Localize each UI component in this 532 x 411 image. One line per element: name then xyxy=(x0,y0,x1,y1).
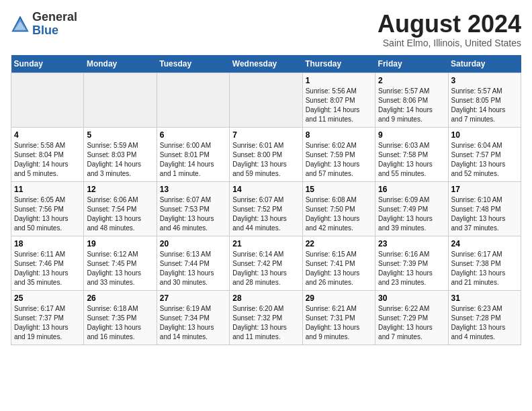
page-header: General Blue August 2024 Saint Elmo, Ill… xyxy=(11,11,521,48)
calendar-day-cell: 30Sunrise: 6:22 AM Sunset: 7:29 PM Dayli… xyxy=(375,290,448,345)
calendar-table: SundayMondayTuesdayWednesdayThursdayFrid… xyxy=(11,55,521,345)
day-number: 1 xyxy=(306,76,372,85)
calendar-day-cell xyxy=(157,73,229,127)
day-info: Sunrise: 5:56 AM Sunset: 8:07 PM Dayligh… xyxy=(306,87,372,124)
calendar-day-cell: 15Sunrise: 6:08 AM Sunset: 7:50 PM Dayli… xyxy=(302,181,375,236)
day-info: Sunrise: 6:01 AM Sunset: 8:00 PM Dayligh… xyxy=(232,141,299,179)
calendar-week-row: 25Sunrise: 6:17 AM Sunset: 7:37 PM Dayli… xyxy=(11,290,521,345)
day-info: Sunrise: 6:07 AM Sunset: 7:53 PM Dayligh… xyxy=(160,195,226,233)
day-number: 13 xyxy=(160,185,226,194)
calendar-day-cell xyxy=(230,73,302,127)
calendar-week-row: 11Sunrise: 6:05 AM Sunset: 7:56 PM Dayli… xyxy=(11,181,521,236)
day-number: 25 xyxy=(14,293,81,303)
day-info: Sunrise: 6:17 AM Sunset: 7:37 PM Dayligh… xyxy=(14,304,81,342)
day-number: 12 xyxy=(87,185,153,194)
calendar-day-cell: 26Sunrise: 6:18 AM Sunset: 7:35 PM Dayli… xyxy=(84,290,157,345)
title-block: August 2024 Saint Elmo, Illinois, United… xyxy=(378,11,521,48)
month-year-title: August 2024 xyxy=(378,11,521,38)
day-number: 7 xyxy=(232,130,299,140)
logo-text: General Blue xyxy=(32,11,77,38)
calendar-day-cell: 18Sunrise: 6:11 AM Sunset: 7:46 PM Dayli… xyxy=(11,236,84,290)
calendar-day-cell: 8Sunrise: 6:02 AM Sunset: 7:59 PM Daylig… xyxy=(302,127,375,181)
day-number: 26 xyxy=(87,293,153,303)
day-number: 14 xyxy=(232,185,299,194)
day-number: 9 xyxy=(378,130,445,140)
day-number: 5 xyxy=(87,130,153,140)
day-number: 11 xyxy=(14,185,81,194)
calendar-week-row: 4Sunrise: 5:58 AM Sunset: 8:04 PM Daylig… xyxy=(11,127,521,181)
day-info: Sunrise: 6:16 AM Sunset: 7:39 PM Dayligh… xyxy=(378,250,445,287)
day-info: Sunrise: 6:03 AM Sunset: 7:58 PM Dayligh… xyxy=(378,141,445,179)
day-number: 20 xyxy=(160,239,226,248)
calendar-week-row: 18Sunrise: 6:11 AM Sunset: 7:46 PM Dayli… xyxy=(11,236,521,290)
calendar-day-cell xyxy=(84,73,157,127)
day-info: Sunrise: 6:15 AM Sunset: 7:41 PM Dayligh… xyxy=(306,250,372,287)
calendar-day-cell: 21Sunrise: 6:14 AM Sunset: 7:42 PM Dayli… xyxy=(230,236,302,290)
day-number: 29 xyxy=(306,293,372,303)
logo-general-text: General xyxy=(32,10,77,24)
day-of-week-header: Tuesday xyxy=(157,55,229,73)
calendar-day-cell: 22Sunrise: 6:15 AM Sunset: 7:41 PM Dayli… xyxy=(302,236,375,290)
day-info: Sunrise: 6:02 AM Sunset: 7:59 PM Dayligh… xyxy=(306,141,372,179)
day-number: 4 xyxy=(14,130,81,140)
calendar-day-cell: 20Sunrise: 6:13 AM Sunset: 7:44 PM Dayli… xyxy=(157,236,229,290)
calendar-day-cell: 5Sunrise: 5:59 AM Sunset: 8:03 PM Daylig… xyxy=(84,127,157,181)
day-number: 22 xyxy=(306,239,372,248)
day-number: 8 xyxy=(306,130,372,140)
day-info: Sunrise: 6:09 AM Sunset: 7:49 PM Dayligh… xyxy=(378,195,445,233)
day-info: Sunrise: 5:59 AM Sunset: 8:03 PM Dayligh… xyxy=(87,141,153,179)
day-info: Sunrise: 6:08 AM Sunset: 7:50 PM Dayligh… xyxy=(306,195,372,233)
logo-icon xyxy=(11,15,30,34)
calendar-day-cell: 23Sunrise: 6:16 AM Sunset: 7:39 PM Dayli… xyxy=(375,236,448,290)
calendar-day-cell: 27Sunrise: 6:19 AM Sunset: 7:34 PM Dayli… xyxy=(157,290,229,345)
day-number: 2 xyxy=(378,76,445,85)
day-of-week-header: Saturday xyxy=(448,55,521,73)
day-info: Sunrise: 6:13 AM Sunset: 7:44 PM Dayligh… xyxy=(160,250,226,287)
calendar-day-cell: 16Sunrise: 6:09 AM Sunset: 7:49 PM Dayli… xyxy=(375,181,448,236)
day-info: Sunrise: 6:10 AM Sunset: 7:48 PM Dayligh… xyxy=(451,195,518,233)
day-number: 17 xyxy=(451,185,518,194)
calendar-header-row: SundayMondayTuesdayWednesdayThursdayFrid… xyxy=(11,55,521,73)
calendar-day-cell: 17Sunrise: 6:10 AM Sunset: 7:48 PM Dayli… xyxy=(448,181,521,236)
day-of-week-header: Thursday xyxy=(302,55,375,73)
day-number: 28 xyxy=(232,293,299,303)
day-info: Sunrise: 6:18 AM Sunset: 7:35 PM Dayligh… xyxy=(87,304,153,342)
day-info: Sunrise: 6:14 AM Sunset: 7:42 PM Dayligh… xyxy=(232,250,299,287)
day-info: Sunrise: 6:21 AM Sunset: 7:31 PM Dayligh… xyxy=(306,304,372,342)
day-number: 30 xyxy=(378,293,445,303)
calendar-day-cell: 1Sunrise: 5:56 AM Sunset: 8:07 PM Daylig… xyxy=(302,73,375,127)
day-number: 16 xyxy=(378,185,445,194)
day-info: Sunrise: 6:19 AM Sunset: 7:34 PM Dayligh… xyxy=(160,304,226,342)
day-info: Sunrise: 6:22 AM Sunset: 7:29 PM Dayligh… xyxy=(378,304,445,342)
calendar-week-row: 1Sunrise: 5:56 AM Sunset: 8:07 PM Daylig… xyxy=(11,73,521,127)
calendar-day-cell: 12Sunrise: 6:06 AM Sunset: 7:54 PM Dayli… xyxy=(84,181,157,236)
day-of-week-header: Friday xyxy=(375,55,448,73)
calendar-day-cell: 14Sunrise: 6:07 AM Sunset: 7:52 PM Dayli… xyxy=(230,181,302,236)
day-info: Sunrise: 6:12 AM Sunset: 7:45 PM Dayligh… xyxy=(87,250,153,287)
calendar-day-cell xyxy=(11,73,84,127)
day-info: Sunrise: 6:07 AM Sunset: 7:52 PM Dayligh… xyxy=(232,195,299,233)
day-info: Sunrise: 6:06 AM Sunset: 7:54 PM Dayligh… xyxy=(87,195,153,233)
day-info: Sunrise: 6:17 AM Sunset: 7:38 PM Dayligh… xyxy=(451,250,518,287)
day-number: 31 xyxy=(451,293,518,303)
calendar-day-cell: 25Sunrise: 6:17 AM Sunset: 7:37 PM Dayli… xyxy=(11,290,84,345)
day-of-week-header: Sunday xyxy=(11,55,84,73)
day-number: 18 xyxy=(14,239,81,248)
day-info: Sunrise: 6:04 AM Sunset: 7:57 PM Dayligh… xyxy=(451,141,518,179)
day-of-week-header: Monday xyxy=(84,55,157,73)
calendar-day-cell: 28Sunrise: 6:20 AM Sunset: 7:32 PM Dayli… xyxy=(230,290,302,345)
location-subtitle: Saint Elmo, Illinois, United States xyxy=(378,38,521,48)
calendar-day-cell: 11Sunrise: 6:05 AM Sunset: 7:56 PM Dayli… xyxy=(11,181,84,236)
day-of-week-header: Wednesday xyxy=(230,55,302,73)
day-number: 19 xyxy=(87,239,153,248)
calendar-day-cell: 6Sunrise: 6:00 AM Sunset: 8:01 PM Daylig… xyxy=(157,127,229,181)
day-number: 27 xyxy=(160,293,226,303)
day-info: Sunrise: 5:57 AM Sunset: 8:06 PM Dayligh… xyxy=(378,87,445,124)
day-info: Sunrise: 6:11 AM Sunset: 7:46 PM Dayligh… xyxy=(14,250,81,287)
calendar-day-cell: 29Sunrise: 6:21 AM Sunset: 7:31 PM Dayli… xyxy=(302,290,375,345)
calendar-day-cell: 3Sunrise: 5:57 AM Sunset: 8:05 PM Daylig… xyxy=(448,73,521,127)
calendar-day-cell: 7Sunrise: 6:01 AM Sunset: 8:00 PM Daylig… xyxy=(230,127,302,181)
day-number: 15 xyxy=(306,185,372,194)
calendar-day-cell: 4Sunrise: 5:58 AM Sunset: 8:04 PM Daylig… xyxy=(11,127,84,181)
calendar-day-cell: 2Sunrise: 5:57 AM Sunset: 8:06 PM Daylig… xyxy=(375,73,448,127)
